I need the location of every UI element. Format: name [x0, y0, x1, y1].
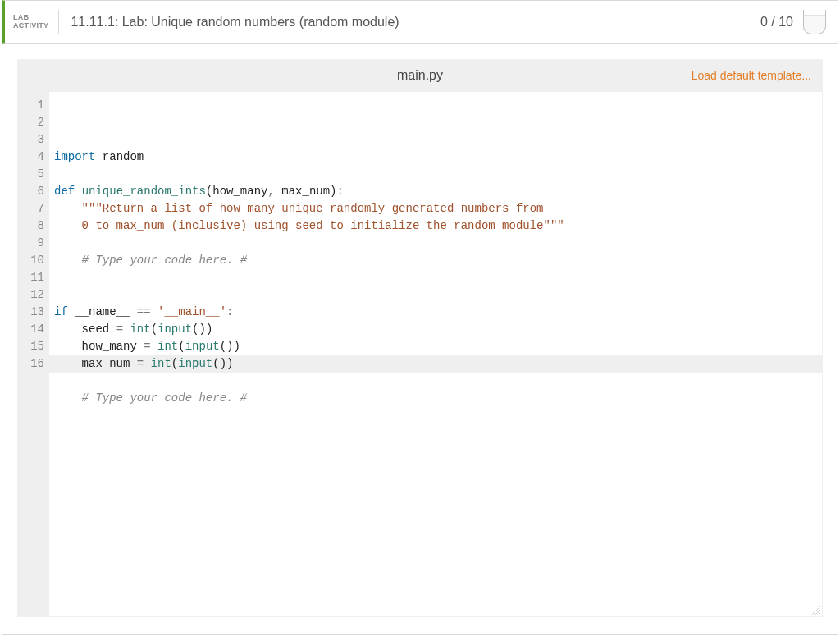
- lab-title: 11.11.1: Lab: Unique random numbers (ran…: [59, 15, 760, 30]
- file-bar: main.py Load default template...: [17, 59, 823, 92]
- line-number: 8: [18, 217, 44, 235]
- code-line[interactable]: [54, 235, 822, 252]
- line-number: 12: [18, 286, 44, 304]
- code-line[interactable]: seed = int(input()): [54, 321, 822, 338]
- code-line[interactable]: [54, 286, 822, 304]
- code-line[interactable]: [54, 166, 822, 183]
- file-name: main.py: [17, 68, 823, 83]
- line-number: 1: [18, 97, 44, 114]
- code-area[interactable]: import randomdef unique_random_ints(how_…: [49, 92, 822, 616]
- code-line[interactable]: how_many = int(input()): [54, 338, 822, 355]
- code-line[interactable]: """Return a list of how_many unique rand…: [54, 200, 822, 217]
- line-number-gutter: 12345678910111213141516: [18, 92, 49, 616]
- line-number: 14: [18, 321, 44, 338]
- line-number: 9: [18, 235, 44, 252]
- code-line[interactable]: # Type your code here. #: [54, 390, 822, 407]
- line-number: 2: [18, 114, 44, 131]
- code-line[interactable]: max_num = int(input()): [54, 355, 822, 373]
- code-line[interactable]: [54, 407, 822, 424]
- code-line[interactable]: if __name__ == '__main__':: [54, 304, 822, 321]
- label-line2: ACTIVITY: [13, 22, 48, 30]
- code-line[interactable]: [54, 373, 822, 390]
- line-number: 15: [18, 338, 44, 355]
- line-number: 4: [18, 149, 44, 166]
- lab-header: LAB ACTIVITY 11.11.1: Lab: Unique random…: [2, 0, 838, 44]
- code-line[interactable]: import random: [54, 149, 822, 166]
- resize-handle-icon[interactable]: [812, 606, 820, 615]
- lab-score: 0 / 10: [760, 15, 803, 30]
- line-number: 11: [18, 269, 44, 286]
- line-number: 10: [18, 252, 44, 269]
- code-editor[interactable]: 12345678910111213141516 import randomdef…: [17, 92, 823, 617]
- lab-activity-label: LAB ACTIVITY: [13, 10, 59, 34]
- line-number: 5: [18, 166, 44, 183]
- line-number: 7: [18, 200, 44, 217]
- line-number: 13: [18, 304, 44, 321]
- line-number: 3: [18, 131, 44, 149]
- code-line[interactable]: def unique_random_ints(how_many, max_num…: [54, 183, 822, 200]
- code-line[interactable]: # Type your code here. #: [54, 252, 822, 269]
- code-line[interactable]: [54, 269, 822, 286]
- code-line[interactable]: 0 to max_num (inclusive) using seed to i…: [54, 217, 822, 235]
- line-number: 6: [18, 183, 44, 200]
- editor-panel: main.py Load default template... 1234567…: [2, 44, 838, 635]
- pocket-icon[interactable]: [803, 10, 826, 34]
- line-number: 16: [18, 355, 44, 373]
